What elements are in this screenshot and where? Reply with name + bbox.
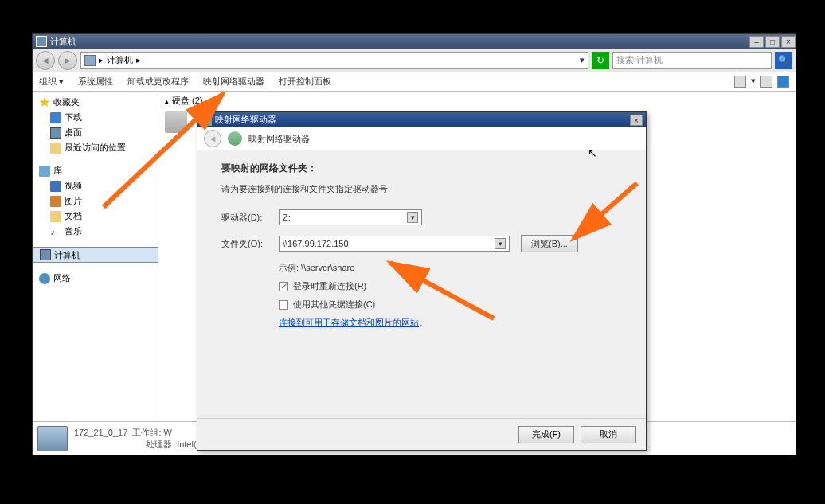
- browse-button[interactable]: 浏览(B)...: [521, 235, 578, 252]
- window-buttons: – □ ×: [748, 36, 796, 48]
- sidebar-item-desktop[interactable]: 桌面: [33, 125, 158, 140]
- forward-button[interactable]: ►: [58, 51, 77, 70]
- uninstall-programs-button[interactable]: 卸载或更改程序: [127, 76, 189, 88]
- section-header[interactable]: ▴硬盘 (2): [158, 92, 796, 110]
- drive-row: 驱动器(D): Z: ▾: [221, 209, 622, 225]
- dialog-titlebar: 映射网络驱动器 ×: [197, 112, 646, 127]
- dialog-hint: 请为要连接到的连接和文件夹指定驱动器号:: [221, 183, 622, 195]
- address-bar[interactable]: ▸ 计算机 ▸ ▾: [80, 52, 588, 69]
- folder-icon: [50, 143, 61, 154]
- drive-icon: [201, 115, 212, 126]
- maximize-button[interactable]: □: [765, 36, 780, 48]
- folder-label: 文件夹(O):: [221, 238, 279, 250]
- search-go-button[interactable]: 🔍: [775, 52, 792, 69]
- pictures-icon: [50, 196, 61, 207]
- refresh-button[interactable]: ↻: [592, 52, 609, 69]
- dropdown-icon: ▾: [407, 212, 418, 223]
- folder-icon: [50, 112, 61, 123]
- sidebar-item-documents[interactable]: 文档: [33, 209, 158, 224]
- sidebar-item-music[interactable]: ♪音乐: [33, 224, 158, 239]
- dialog-title: 映射网络驱动器: [215, 114, 276, 126]
- library-icon: [39, 166, 50, 177]
- computer-large-icon: [37, 426, 68, 451]
- dialog-back-button[interactable]: ◄: [204, 130, 221, 147]
- website-link-row: 连接到可用于存储文档和图片的网站。: [279, 317, 622, 329]
- video-icon: [50, 181, 61, 192]
- nav-bar: ◄ ► ▸ 计算机 ▸ ▾ ↻ 搜索 计算机 🔍: [33, 49, 796, 72]
- reconnect-checkbox[interactable]: ✓登录时重新连接(R): [279, 280, 622, 292]
- control-panel-button[interactable]: 打开控制面板: [279, 76, 331, 88]
- library-group[interactable]: 库: [33, 163, 158, 178]
- dialog-footer: 完成(F) 取消: [197, 418, 646, 450]
- drive-value: Z:: [283, 213, 291, 222]
- address-text: 计算机: [107, 54, 133, 66]
- other-credentials-checkbox[interactable]: 使用其他凭据连接(C): [279, 299, 622, 311]
- drive-select[interactable]: Z: ▾: [279, 209, 422, 225]
- cpu-label: 处理器:: [146, 440, 174, 449]
- dialog-subtitle: 映射网络驱动器: [248, 133, 310, 145]
- minimize-button[interactable]: –: [749, 36, 764, 48]
- back-button[interactable]: ◄: [36, 51, 55, 70]
- system-properties-button[interactable]: 系统属性: [78, 76, 113, 88]
- dialog-heading: 要映射的网络文件夹：: [221, 162, 622, 175]
- map-network-drive-button[interactable]: 映射网络驱动器: [203, 76, 264, 88]
- dialog-close-button[interactable]: ×: [630, 115, 643, 126]
- sidebar-item-pictures[interactable]: 图片: [33, 193, 158, 209]
- computer-icon: [36, 36, 47, 47]
- wizard-icon: [228, 131, 242, 146]
- checkbox-unchecked-icon: [279, 300, 288, 310]
- sidebar-item-network[interactable]: 网络: [33, 271, 158, 286]
- help-icon[interactable]: [777, 76, 789, 88]
- mouse-cursor-icon: ↖: [588, 147, 597, 159]
- dropdown-icon: ▾: [495, 238, 506, 249]
- search-input[interactable]: 搜索 计算机: [612, 52, 772, 69]
- workgroup-label: 工作组:: [132, 428, 161, 437]
- network-icon: [39, 273, 50, 284]
- sidebar-item-videos[interactable]: 视频: [33, 178, 158, 193]
- documents-icon: [50, 211, 61, 222]
- music-icon: ♪: [50, 226, 61, 237]
- computer-icon: [40, 249, 51, 260]
- folder-value: \\167.99.172.150: [283, 239, 349, 248]
- sidebar-item-recent[interactable]: 最近访问的位置: [33, 140, 158, 155]
- star-icon: [39, 97, 50, 108]
- dialog-body: 要映射的网络文件夹： 请为要连接到的连接和文件夹指定驱动器号: 驱动器(D): …: [197, 150, 646, 418]
- example-text: 示例: \\server\share: [279, 262, 622, 274]
- toolbar: 组织 ▾ 系统属性 卸载或更改程序 映射网络驱动器 打开控制面板 ▾: [33, 72, 796, 92]
- sidebar-item-downloads[interactable]: 下载: [33, 110, 158, 125]
- dialog-header: ◄ 映射网络驱动器: [197, 127, 646, 150]
- favorites-group[interactable]: 收藏夹: [33, 95, 158, 110]
- preview-pane-icon[interactable]: [760, 76, 772, 88]
- finish-button[interactable]: 完成(F): [518, 426, 574, 443]
- titlebar: 计算机 – □ ×: [33, 34, 796, 49]
- collapse-icon: ▴: [165, 97, 169, 105]
- view-icon[interactable]: [734, 76, 746, 88]
- organize-menu[interactable]: 组织 ▾: [39, 76, 64, 88]
- drive-label: 驱动器(D):: [221, 212, 279, 224]
- dropdown-icon[interactable]: ▾: [580, 55, 585, 65]
- checkbox-checked-icon: ✓: [279, 282, 288, 291]
- folder-row: 文件夹(O): \\167.99.172.150 ▾ 浏览(B)...: [221, 235, 622, 252]
- navigation-sidebar: 收藏夹 下载 桌面 最近访问的位置 库 视频 图片 文档 ♪音乐 计算机 网络: [33, 92, 158, 421]
- disk-icon[interactable]: [165, 111, 187, 133]
- map-network-drive-dialog: 映射网络驱动器 × ◄ 映射网络驱动器 要映射的网络文件夹： 请为要连接到的连接…: [197, 111, 647, 451]
- computer-icon: [84, 55, 96, 66]
- computer-name: 172_21_0_17: [74, 428, 127, 437]
- cancel-button[interactable]: 取消: [581, 426, 636, 443]
- close-button[interactable]: ×: [781, 36, 796, 48]
- storage-website-link[interactable]: 连接到可用于存储文档和图片的网站: [279, 318, 419, 327]
- monitor-icon: [50, 127, 61, 139]
- window-title: 计算机: [50, 36, 76, 48]
- sidebar-item-computer[interactable]: 计算机: [33, 247, 176, 263]
- folder-combobox[interactable]: \\167.99.172.150 ▾: [279, 236, 510, 252]
